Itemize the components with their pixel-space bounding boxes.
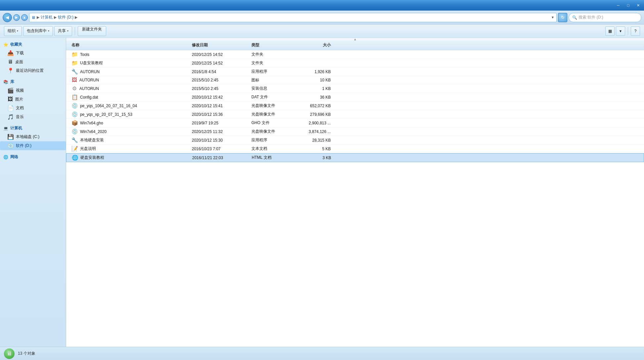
sidebar-section-library: 📚 库 🎬 视频 🖼 图片 📄 文档 🎵 音乐 — [0, 78, 66, 121]
file-label-2: AUTORUN — [80, 69, 100, 74]
table-row[interactable]: 📁 U盘安装教程 2020/12/25 14:52 文件夹 — [66, 59, 644, 68]
address-bar: ◀ ▶ ▲ 🖥 ▶ 计算机 ▶ 软件 (D:) ▶ ▼ ↻ 🔍 搜索 软件 (D… — [0, 11, 644, 24]
titlebar: ─ □ ✕ — [0, 0, 644, 11]
view-button[interactable]: ▦ — [605, 26, 615, 36]
file-date-12: 2016/11/21 22:03 — [192, 156, 252, 160]
file-type-10: 应用程序 — [251, 137, 298, 143]
scroll-indicator: ▲ — [66, 38, 644, 40]
minimize-button[interactable]: ─ — [614, 2, 623, 9]
sidebar-section-network: 🌐 网络 — [0, 153, 66, 161]
file-date-0: 2020/12/25 14:52 — [192, 52, 251, 57]
file-name-6: 💿 pe_yqs_1064_20_07_31_16_04 — [66, 103, 192, 109]
file-type-6: 光盘映像文件 — [251, 103, 298, 109]
search-placeholder: 搜索 软件 (D:) — [579, 15, 603, 20]
up-button[interactable]: ▲ — [21, 14, 28, 21]
close-button[interactable]: ✕ — [633, 2, 643, 9]
col-header-name[interactable]: 名称 — [66, 42, 192, 48]
share-button[interactable]: 共享 ▾ — [54, 26, 72, 36]
table-row[interactable]: 📝 光盘说明 2016/10/23 7:07 文本文档 5 KB — [66, 145, 644, 153]
sidebar: ⭐ 收藏夹 📥 下载 🖥 桌面 📍 最近访问的位置 📚 库 � — [0, 38, 66, 347]
sidebar-item-desktop[interactable]: 🖥 桌面 — [0, 58, 66, 66]
sidebar-network-header[interactable]: 🌐 网络 — [0, 153, 66, 161]
archive-label: 包含到库中 — [27, 28, 47, 34]
file-date-5: 2020/10/12 15:42 — [192, 95, 251, 100]
table-row[interactable]: 💿 Win7x64_2020 2020/12/25 11:32 光盘映像文件 3… — [66, 127, 644, 136]
sidebar-item-pictures[interactable]: 🖼 图片 — [0, 95, 66, 104]
sidebar-favorites-header[interactable]: ⭐ 收藏夹 — [0, 40, 66, 49]
desktop-icon: 🖥 — [7, 59, 13, 65]
computer-label: 计算机 — [10, 125, 22, 131]
file-type-11: 文本文档 — [251, 146, 298, 152]
table-row[interactable]: 🖼 AUTORUN 2015/5/10 2:45 图标 10 KB — [66, 76, 644, 84]
breadcrumb-drive[interactable]: 软件 (D:) — [58, 15, 73, 20]
file-type-8: GHO 文件 — [251, 120, 298, 126]
table-row[interactable]: 💿 pe_yqs_1064_20_07_31_16_04 2020/10/12 … — [66, 102, 644, 110]
file-header: 名称 修改日期 类型 大小 — [66, 40, 644, 50]
file-icon-5: 📋 — [71, 94, 78, 100]
file-type-1: 文件夹 — [251, 60, 298, 66]
table-row[interactable]: 📋 Config.dat 2020/10/12 15:42 DAT 文件 36 … — [66, 93, 644, 102]
help-button[interactable]: ? — [631, 26, 640, 36]
maximize-button[interactable]: □ — [623, 2, 633, 9]
file-label-4: AUTORUN — [79, 86, 99, 91]
toolbar-separator-1 — [75, 27, 75, 35]
sidebar-item-documents[interactable]: 📄 文档 — [0, 104, 66, 112]
table-row[interactable]: 🔧 本地硬盘安装 2020/10/12 15:30 应用程序 28,315 KB — [66, 136, 644, 145]
search-bar[interactable]: 🔍 搜索 软件 (D:) — [569, 13, 641, 22]
file-icon-12: 🌐 — [72, 155, 78, 161]
refresh-button[interactable]: ↻ — [558, 13, 567, 22]
file-size-12: 3 KB — [298, 156, 338, 160]
file-date-2: 2016/1/8 4:54 — [192, 69, 251, 74]
pictures-icon: 🖼 — [7, 96, 13, 102]
pictures-label: 图片 — [15, 97, 23, 102]
toolbar-right: ▦ ▾ ? — [605, 26, 640, 36]
sidebar-computer-header[interactable]: 💻 计算机 — [0, 124, 66, 132]
col-header-type[interactable]: 类型 — [251, 42, 298, 48]
table-row[interactable]: ⚙ AUTORUN 2015/5/10 2:45 安装信息 1 KB — [66, 84, 644, 93]
sidebar-item-video[interactable]: 🎬 视频 — [0, 86, 66, 95]
favorites-label: 收藏夹 — [10, 42, 22, 47]
sidebar-item-music[interactable]: 🎵 音乐 — [0, 112, 66, 121]
breadcrumb-dropdown[interactable]: ▼ — [551, 16, 554, 19]
archive-button[interactable]: 包含到库中 ▾ — [23, 26, 53, 36]
video-label: 视频 — [16, 88, 24, 93]
file-label-12: 硬盘安装教程 — [80, 155, 104, 160]
table-row[interactable]: 📁 Tools 2020/12/25 14:52 文件夹 — [66, 50, 644, 59]
file-date-10: 2020/10/12 15:30 — [192, 138, 251, 143]
breadcrumb-computer[interactable]: 计算机 — [41, 15, 53, 20]
organize-button[interactable]: 组织 ▾ — [4, 26, 22, 36]
table-row[interactable]: 💿 pe_yqs_xp_20_07_31_15_53 2020/10/12 15… — [66, 110, 644, 119]
forward-button[interactable]: ▶ — [13, 14, 20, 21]
col-header-date[interactable]: 修改日期 — [192, 42, 251, 48]
sidebar-library-header[interactable]: 📚 库 — [0, 78, 66, 86]
file-size-4: 1 KB — [298, 86, 337, 91]
sidebar-item-c-drive[interactable]: 💾 本地磁盘 (C:) — [0, 132, 66, 141]
music-label: 音乐 — [16, 114, 24, 120]
back-button[interactable]: ◀ — [3, 13, 12, 22]
file-name-8: 📦 Win7x64.gho — [66, 120, 192, 126]
file-name-11: 📝 光盘说明 — [66, 146, 192, 152]
file-size-3: 10 KB — [298, 78, 337, 82]
sidebar-item-downloads[interactable]: 📥 下载 — [0, 49, 66, 58]
organize-chevron: ▾ — [17, 29, 18, 32]
file-icon-7: 💿 — [71, 111, 78, 117]
breadcrumb-icon: 🖥 — [31, 15, 35, 20]
favorites-icon: ⭐ — [3, 42, 8, 47]
file-icon-8: 📦 — [71, 120, 78, 126]
file-name-12: 🌐 硬盘安装教程 — [66, 155, 192, 161]
table-row[interactable]: 🔧 AUTORUN 2016/1/8 4:54 应用程序 1,926 KB — [66, 68, 644, 76]
file-icon-10: 🔧 — [71, 137, 78, 143]
file-size-11: 5 KB — [298, 147, 337, 151]
sidebar-item-recent[interactable]: 📍 最近访问的位置 — [0, 66, 66, 75]
file-icon-1: 📁 — [71, 60, 78, 66]
library-label: 库 — [10, 79, 14, 85]
file-date-6: 2020/10/12 15:41 — [192, 104, 251, 108]
table-row[interactable]: 🌐 硬盘安装教程 2016/11/21 22:03 HTML 文档 3 KB — [66, 153, 644, 162]
file-type-4: 安装信息 — [251, 86, 298, 91]
table-row[interactable]: 📦 Win7x64.gho 2019/9/7 19:25 GHO 文件 2,90… — [66, 119, 644, 127]
breadcrumb-bar[interactable]: 🖥 ▶ 计算机 ▶ 软件 (D:) ▶ ▼ — [29, 13, 557, 22]
view-options-button[interactable]: ▾ — [616, 26, 625, 36]
col-header-size[interactable]: 大小 — [298, 42, 337, 48]
new-folder-button[interactable]: 新建文件夹 — [78, 26, 106, 36]
sidebar-item-d-drive[interactable]: 💿 软件 (D:) — [0, 141, 66, 150]
